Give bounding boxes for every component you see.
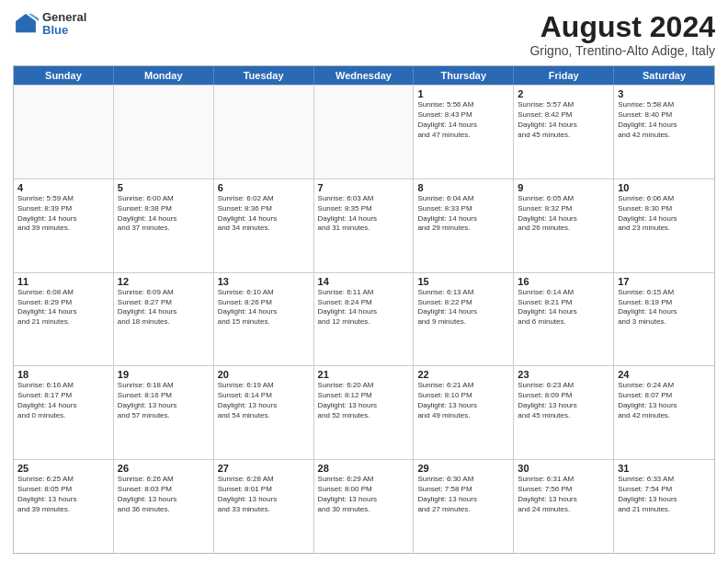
calendar-cell: 2Sunrise: 5:57 AM Sunset: 8:42 PM Daylig…: [514, 86, 614, 178]
day-number: 30: [518, 463, 609, 474]
day-number: 2: [518, 88, 609, 99]
day-number: 19: [118, 369, 210, 380]
calendar-header: SundayMondayTuesdayWednesdayThursdayFrid…: [14, 66, 714, 85]
logo-blue: Blue: [42, 24, 86, 37]
calendar-cell: 26Sunrise: 6:26 AM Sunset: 8:03 PM Dayli…: [114, 460, 214, 553]
day-number: 25: [17, 463, 109, 474]
logo-icon: [13, 11, 39, 37]
calendar-cell: [114, 86, 214, 178]
calendar-cell: 3Sunrise: 5:58 AM Sunset: 8:40 PM Daylig…: [614, 86, 714, 178]
day-number: 1: [417, 88, 509, 99]
calendar-cell: 7Sunrise: 6:03 AM Sunset: 8:35 PM Daylig…: [314, 179, 415, 272]
calendar-cell: 13Sunrise: 6:10 AM Sunset: 8:26 PM Dayli…: [214, 273, 314, 366]
day-info: Sunrise: 6:02 AM Sunset: 8:36 PM Dayligh…: [218, 194, 310, 234]
day-info: Sunrise: 6:16 AM Sunset: 8:17 PM Dayligh…: [17, 381, 109, 420]
day-info: Sunrise: 6:10 AM Sunset: 8:26 PM Dayligh…: [218, 288, 310, 327]
logo-general: General: [42, 11, 86, 24]
day-info: Sunrise: 6:14 AM Sunset: 8:21 PM Dayligh…: [518, 288, 609, 327]
header-day-wednesday: Wednesday: [314, 66, 415, 85]
header-day-tuesday: Tuesday: [214, 66, 314, 85]
day-info: Sunrise: 6:25 AM Sunset: 8:05 PM Dayligh…: [17, 475, 109, 514]
day-number: 15: [417, 276, 509, 287]
day-info: Sunrise: 6:08 AM Sunset: 8:29 PM Dayligh…: [17, 288, 109, 327]
header-day-sunday: Sunday: [14, 66, 114, 85]
day-info: Sunrise: 6:24 AM Sunset: 8:07 PM Dayligh…: [618, 381, 711, 420]
header-day-monday: Monday: [114, 66, 214, 85]
day-info: Sunrise: 6:23 AM Sunset: 8:09 PM Dayligh…: [518, 381, 609, 420]
day-info: Sunrise: 5:57 AM Sunset: 8:42 PM Dayligh…: [518, 100, 609, 140]
calendar-cell: 20Sunrise: 6:19 AM Sunset: 8:14 PM Dayli…: [214, 366, 314, 459]
day-info: Sunrise: 5:58 AM Sunset: 8:40 PM Dayligh…: [618, 100, 711, 140]
calendar-cell: 19Sunrise: 6:18 AM Sunset: 8:16 PM Dayli…: [114, 366, 214, 459]
day-number: 3: [618, 88, 711, 99]
day-number: 9: [518, 182, 609, 193]
calendar-cell: 17Sunrise: 6:15 AM Sunset: 8:19 PM Dayli…: [614, 273, 714, 366]
day-info: Sunrise: 6:13 AM Sunset: 8:22 PM Dayligh…: [417, 288, 509, 327]
day-number: 7: [318, 182, 410, 193]
day-number: 20: [218, 369, 310, 380]
calendar-cell: 18Sunrise: 6:16 AM Sunset: 8:17 PM Dayli…: [14, 366, 114, 459]
day-info: Sunrise: 6:26 AM Sunset: 8:03 PM Dayligh…: [118, 475, 210, 514]
day-number: 14: [318, 276, 410, 287]
calendar-cell: 5Sunrise: 6:00 AM Sunset: 8:38 PM Daylig…: [114, 179, 214, 272]
calendar-cell: 11Sunrise: 6:08 AM Sunset: 8:29 PM Dayli…: [14, 273, 114, 366]
calendar: SundayMondayTuesdayWednesdayThursdayFrid…: [13, 65, 715, 554]
day-info: Sunrise: 6:05 AM Sunset: 8:32 PM Dayligh…: [518, 194, 609, 234]
calendar-row-4: 25Sunrise: 6:25 AM Sunset: 8:05 PM Dayli…: [14, 459, 714, 553]
calendar-row-0: 1Sunrise: 5:56 AM Sunset: 8:43 PM Daylig…: [14, 85, 714, 178]
day-info: Sunrise: 6:04 AM Sunset: 8:33 PM Dayligh…: [417, 194, 509, 234]
day-info: Sunrise: 6:09 AM Sunset: 8:27 PM Dayligh…: [118, 288, 210, 327]
title-location: Grigno, Trentino-Alto Adige, Italy: [529, 43, 715, 58]
day-number: 5: [118, 182, 210, 193]
title-month: August 2024: [529, 11, 715, 43]
calendar-cell: 25Sunrise: 6:25 AM Sunset: 8:05 PM Dayli…: [14, 460, 114, 553]
calendar-cell: 27Sunrise: 6:28 AM Sunset: 8:01 PM Dayli…: [214, 460, 314, 553]
day-info: Sunrise: 6:31 AM Sunset: 7:56 PM Dayligh…: [518, 475, 609, 514]
calendar-cell: 22Sunrise: 6:21 AM Sunset: 8:10 PM Dayli…: [414, 366, 514, 459]
day-info: Sunrise: 6:18 AM Sunset: 8:16 PM Dayligh…: [118, 381, 210, 420]
calendar-cell: 28Sunrise: 6:29 AM Sunset: 8:00 PM Dayli…: [314, 460, 415, 553]
day-info: Sunrise: 6:06 AM Sunset: 8:30 PM Dayligh…: [618, 194, 711, 234]
logo: General Blue: [13, 11, 86, 38]
day-number: 23: [518, 369, 609, 380]
calendar-row-1: 4Sunrise: 5:59 AM Sunset: 8:39 PM Daylig…: [14, 178, 714, 272]
day-number: 6: [218, 182, 310, 193]
day-info: Sunrise: 6:29 AM Sunset: 8:00 PM Dayligh…: [318, 475, 410, 514]
day-info: Sunrise: 5:56 AM Sunset: 8:43 PM Dayligh…: [417, 100, 509, 140]
calendar-row-2: 11Sunrise: 6:08 AM Sunset: 8:29 PM Dayli…: [14, 272, 714, 366]
calendar-cell: 15Sunrise: 6:13 AM Sunset: 8:22 PM Dayli…: [414, 273, 514, 366]
day-number: 24: [618, 369, 711, 380]
calendar-cell: 30Sunrise: 6:31 AM Sunset: 7:56 PM Dayli…: [514, 460, 614, 553]
title-block: August 2024 Grigno, Trentino-Alto Adige,…: [529, 11, 715, 58]
calendar-cell: 29Sunrise: 6:30 AM Sunset: 7:58 PM Dayli…: [414, 460, 514, 553]
day-number: 26: [118, 463, 210, 474]
calendar-cell: [214, 86, 314, 178]
calendar-cell: 6Sunrise: 6:02 AM Sunset: 8:36 PM Daylig…: [214, 179, 314, 272]
calendar-cell: 14Sunrise: 6:11 AM Sunset: 8:24 PM Dayli…: [314, 273, 415, 366]
day-number: 29: [417, 463, 509, 474]
calendar-cell: 4Sunrise: 5:59 AM Sunset: 8:39 PM Daylig…: [14, 179, 114, 272]
day-number: 17: [618, 276, 711, 287]
header-day-friday: Friday: [514, 66, 614, 85]
logo-text: General Blue: [42, 11, 86, 38]
calendar-body: 1Sunrise: 5:56 AM Sunset: 8:43 PM Daylig…: [14, 85, 714, 553]
day-number: 8: [417, 182, 509, 193]
calendar-cell: 1Sunrise: 5:56 AM Sunset: 8:43 PM Daylig…: [414, 86, 514, 178]
page: General Blue August 2024 Grigno, Trentin…: [0, 0, 728, 563]
calendar-cell: 31Sunrise: 6:33 AM Sunset: 7:54 PM Dayli…: [614, 460, 714, 553]
calendar-cell: [314, 86, 415, 178]
day-info: Sunrise: 6:11 AM Sunset: 8:24 PM Dayligh…: [318, 288, 410, 327]
calendar-cell: 8Sunrise: 6:04 AM Sunset: 8:33 PM Daylig…: [414, 179, 514, 272]
svg-rect-2: [16, 30, 36, 33]
day-number: 28: [318, 463, 410, 474]
day-info: Sunrise: 6:21 AM Sunset: 8:10 PM Dayligh…: [417, 381, 509, 420]
day-number: 22: [417, 369, 509, 380]
calendar-cell: 12Sunrise: 6:09 AM Sunset: 8:27 PM Dayli…: [114, 273, 214, 366]
calendar-cell: 21Sunrise: 6:20 AM Sunset: 8:12 PM Dayli…: [314, 366, 415, 459]
day-number: 11: [17, 276, 109, 287]
calendar-cell: 9Sunrise: 6:05 AM Sunset: 8:32 PM Daylig…: [514, 179, 614, 272]
day-number: 21: [318, 369, 410, 380]
day-info: Sunrise: 6:19 AM Sunset: 8:14 PM Dayligh…: [218, 381, 310, 420]
day-info: Sunrise: 6:30 AM Sunset: 7:58 PM Dayligh…: [417, 475, 509, 514]
day-info: Sunrise: 6:03 AM Sunset: 8:35 PM Dayligh…: [318, 194, 410, 234]
